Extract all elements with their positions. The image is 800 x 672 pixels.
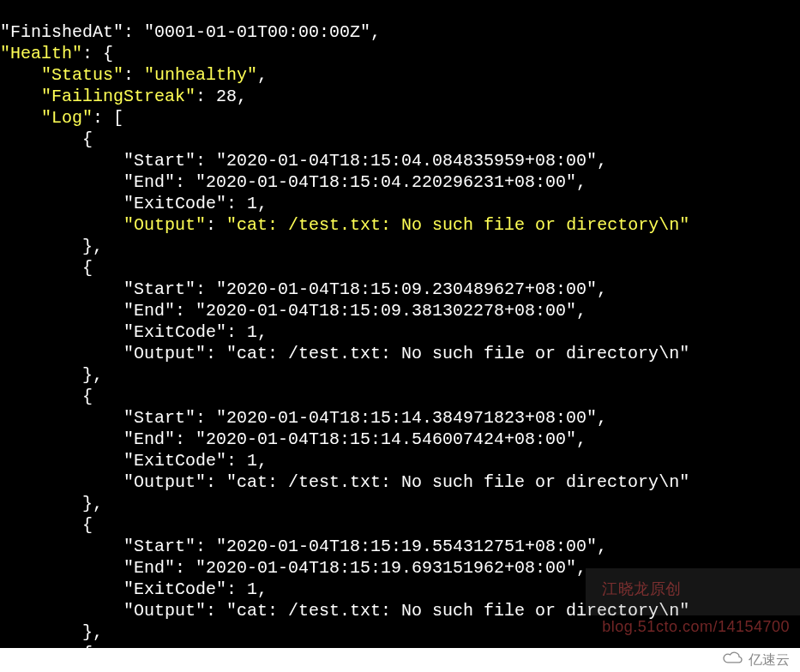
terminal-line: "Output": "cat: /test.txt: No such file … (0, 471, 800, 493)
terminal-line: "Start": "2020-01-04T18:15:09.230489627+… (0, 279, 800, 300)
terminal-line: "Start": "2020-01-04T18:15:04.084835959+… (0, 150, 800, 171)
terminal-line: "ExitCode": 1, (0, 193, 800, 214)
cloud-icon (721, 651, 743, 669)
terminal-line: "FailingStreak": 28, (0, 86, 800, 107)
terminal-line: "Health": { (0, 43, 800, 64)
watermark-line2: blog.51cto.com/14154700 (602, 618, 790, 635)
watermark-text: 江晓龙原创 blog.51cto.com/14154700 (592, 561, 790, 636)
terminal-line: "Output": "cat: /test.txt: No such file … (0, 214, 800, 236)
footer-brand: 亿速云 (721, 648, 790, 672)
terminal-line: { (0, 643, 800, 648)
terminal-line: { (0, 386, 800, 407)
terminal-line: "Start": "2020-01-04T18:15:14.384971823+… (0, 407, 800, 429)
terminal-line: "End": "2020-01-04T18:15:04.220296231+08… (0, 171, 800, 193)
terminal-line: { (0, 514, 800, 536)
terminal-line: }, (0, 364, 800, 386)
terminal-line: { (0, 257, 800, 279)
terminal-line: "FinishedAt": "0001-01-01T00:00:00Z", (0, 21, 800, 43)
terminal-line: "ExitCode": 1, (0, 450, 800, 471)
terminal-line: "End": "2020-01-04T18:15:14.546007424+08… (0, 429, 800, 450)
watermark-line1: 江晓龙原创 (602, 580, 682, 597)
terminal-line: "Status": "unhealthy", (0, 64, 800, 86)
terminal-line: "End": "2020-01-04T18:15:09.381302278+08… (0, 300, 800, 321)
terminal-line: "Start": "2020-01-04T18:15:19.554312751+… (0, 536, 800, 557)
terminal-line: }, (0, 236, 800, 257)
terminal-line: "Log": [ (0, 107, 800, 129)
terminal-line: }, (0, 493, 800, 514)
terminal-output: "FinishedAt": "0001-01-01T00:00:00Z","He… (0, 0, 800, 648)
terminal-line: { (0, 129, 800, 150)
terminal-line: "Output": "cat: /test.txt: No such file … (0, 343, 800, 364)
footer-text: 亿速云 (749, 651, 790, 669)
terminal-line: "ExitCode": 1, (0, 321, 800, 343)
